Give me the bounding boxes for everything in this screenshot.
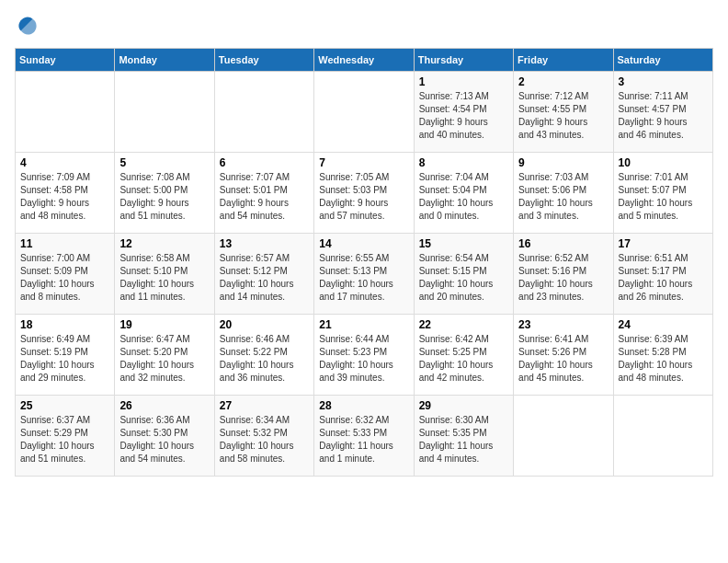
day-info: Sunrise: 7:08 AM Sunset: 5:00 PM Dayligh… xyxy=(119,171,209,223)
day-number: 22 xyxy=(419,318,508,331)
day-number: 28 xyxy=(319,399,408,412)
day-info: Sunrise: 6:34 AM Sunset: 5:32 PM Dayligh… xyxy=(220,414,309,465)
calendar-cell: 2Sunrise: 7:12 AM Sunset: 4:55 PM Daylig… xyxy=(514,72,613,153)
calendar-table: SundayMondayTuesdayWednesdayThursdayFrid… xyxy=(15,48,713,477)
calendar-cell: 5Sunrise: 7:08 AM Sunset: 5:00 PM Daylig… xyxy=(115,153,214,234)
weekday-header-saturday: Saturday xyxy=(613,49,712,72)
day-info: Sunrise: 6:39 AM Sunset: 5:28 PM Dayligh… xyxy=(619,333,708,385)
day-info: Sunrise: 7:07 AM Sunset: 5:01 PM Dayligh… xyxy=(220,171,309,223)
calendar-cell: 17Sunrise: 6:51 AM Sunset: 5:17 PM Dayli… xyxy=(613,234,712,315)
calendar-cell: 21Sunrise: 6:44 AM Sunset: 5:23 PM Dayli… xyxy=(314,315,414,396)
day-number: 17 xyxy=(619,237,708,250)
calendar-cell: 18Sunrise: 6:49 AM Sunset: 5:19 PM Dayli… xyxy=(16,315,115,396)
calendar-body: 1Sunrise: 7:13 AM Sunset: 4:54 PM Daylig… xyxy=(16,72,713,477)
calendar-cell: 9Sunrise: 7:03 AM Sunset: 5:06 PM Daylig… xyxy=(514,153,613,234)
weekday-header-tuesday: Tuesday xyxy=(214,49,313,72)
logo xyxy=(15,15,42,40)
calendar-week-3: 11Sunrise: 7:00 AM Sunset: 5:09 PM Dayli… xyxy=(16,234,713,315)
calendar-cell: 22Sunrise: 6:42 AM Sunset: 5:25 PM Dayli… xyxy=(414,315,513,396)
day-info: Sunrise: 6:51 AM Sunset: 5:17 PM Dayligh… xyxy=(619,252,708,304)
calendar-cell: 13Sunrise: 6:57 AM Sunset: 5:12 PM Dayli… xyxy=(214,234,313,315)
day-info: Sunrise: 7:12 AM Sunset: 4:55 PM Dayligh… xyxy=(518,90,608,142)
day-info: Sunrise: 6:42 AM Sunset: 5:25 PM Dayligh… xyxy=(419,333,508,385)
day-info: Sunrise: 7:09 AM Sunset: 4:58 PM Dayligh… xyxy=(20,171,109,223)
weekday-header-monday: Monday xyxy=(115,49,214,72)
calendar-cell: 24Sunrise: 6:39 AM Sunset: 5:28 PM Dayli… xyxy=(613,315,712,396)
day-number: 8 xyxy=(419,156,508,169)
calendar-cell xyxy=(16,72,115,153)
calendar-cell: 1Sunrise: 7:13 AM Sunset: 4:54 PM Daylig… xyxy=(414,72,513,153)
calendar-week-5: 25Sunrise: 6:37 AM Sunset: 5:29 PM Dayli… xyxy=(16,396,713,477)
day-info: Sunrise: 6:55 AM Sunset: 5:13 PM Dayligh… xyxy=(319,252,408,304)
day-info: Sunrise: 6:44 AM Sunset: 5:23 PM Dayligh… xyxy=(319,333,408,385)
weekday-header-wednesday: Wednesday xyxy=(314,49,414,72)
day-info: Sunrise: 6:41 AM Sunset: 5:26 PM Dayligh… xyxy=(518,333,608,385)
day-info: Sunrise: 7:13 AM Sunset: 4:54 PM Dayligh… xyxy=(419,90,508,142)
day-number: 24 xyxy=(619,318,708,331)
day-info: Sunrise: 7:05 AM Sunset: 5:03 PM Dayligh… xyxy=(319,171,408,223)
day-number: 14 xyxy=(319,237,408,250)
calendar-cell: 4Sunrise: 7:09 AM Sunset: 4:58 PM Daylig… xyxy=(16,153,115,234)
weekday-header-sunday: Sunday xyxy=(16,49,115,72)
calendar-cell xyxy=(613,396,712,477)
day-info: Sunrise: 6:52 AM Sunset: 5:16 PM Dayligh… xyxy=(518,252,608,304)
page-header xyxy=(15,15,713,40)
day-info: Sunrise: 7:03 AM Sunset: 5:06 PM Dayligh… xyxy=(518,171,608,223)
calendar-cell: 29Sunrise: 6:30 AM Sunset: 5:35 PM Dayli… xyxy=(414,396,513,477)
day-number: 19 xyxy=(119,318,209,331)
calendar-header: SundayMondayTuesdayWednesdayThursdayFrid… xyxy=(16,49,713,72)
calendar-cell: 25Sunrise: 6:37 AM Sunset: 5:29 PM Dayli… xyxy=(16,396,115,477)
day-number: 9 xyxy=(518,156,608,169)
day-number: 27 xyxy=(220,399,309,412)
day-info: Sunrise: 6:58 AM Sunset: 5:10 PM Dayligh… xyxy=(119,252,209,304)
day-number: 23 xyxy=(518,318,608,331)
day-number: 16 xyxy=(518,237,608,250)
day-number: 29 xyxy=(419,399,508,412)
calendar-cell: 23Sunrise: 6:41 AM Sunset: 5:26 PM Dayli… xyxy=(514,315,613,396)
calendar-cell: 14Sunrise: 6:55 AM Sunset: 5:13 PM Dayli… xyxy=(314,234,414,315)
day-info: Sunrise: 6:37 AM Sunset: 5:29 PM Dayligh… xyxy=(20,414,109,465)
calendar-cell: 10Sunrise: 7:01 AM Sunset: 5:07 PM Dayli… xyxy=(613,153,712,234)
day-info: Sunrise: 6:30 AM Sunset: 5:35 PM Dayligh… xyxy=(419,414,508,465)
calendar-cell: 11Sunrise: 7:00 AM Sunset: 5:09 PM Dayli… xyxy=(16,234,115,315)
day-number: 6 xyxy=(220,156,309,169)
calendar-cell xyxy=(115,72,214,153)
day-number: 1 xyxy=(419,75,508,88)
day-number: 13 xyxy=(220,237,309,250)
calendar-cell: 20Sunrise: 6:46 AM Sunset: 5:22 PM Dayli… xyxy=(214,315,313,396)
calendar-cell xyxy=(214,72,313,153)
day-number: 12 xyxy=(119,237,209,250)
day-number: 10 xyxy=(619,156,708,169)
day-number: 20 xyxy=(220,318,309,331)
weekday-header-friday: Friday xyxy=(514,49,613,72)
day-info: Sunrise: 7:01 AM Sunset: 5:07 PM Dayligh… xyxy=(619,171,708,223)
day-number: 26 xyxy=(119,399,209,412)
day-info: Sunrise: 6:47 AM Sunset: 5:20 PM Dayligh… xyxy=(119,333,209,385)
day-number: 5 xyxy=(119,156,209,169)
day-info: Sunrise: 6:57 AM Sunset: 5:12 PM Dayligh… xyxy=(220,252,309,304)
calendar-week-1: 1Sunrise: 7:13 AM Sunset: 4:54 PM Daylig… xyxy=(16,72,713,153)
day-info: Sunrise: 6:36 AM Sunset: 5:30 PM Dayligh… xyxy=(119,414,209,465)
calendar-cell: 26Sunrise: 6:36 AM Sunset: 5:30 PM Dayli… xyxy=(115,396,214,477)
day-number: 21 xyxy=(319,318,408,331)
calendar-cell: 8Sunrise: 7:04 AM Sunset: 5:04 PM Daylig… xyxy=(414,153,513,234)
day-info: Sunrise: 6:46 AM Sunset: 5:22 PM Dayligh… xyxy=(220,333,309,385)
day-info: Sunrise: 7:04 AM Sunset: 5:04 PM Dayligh… xyxy=(419,171,508,223)
calendar-cell xyxy=(514,396,613,477)
calendar-cell: 15Sunrise: 6:54 AM Sunset: 5:15 PM Dayli… xyxy=(414,234,513,315)
calendar-cell: 19Sunrise: 6:47 AM Sunset: 5:20 PM Dayli… xyxy=(115,315,214,396)
day-number: 2 xyxy=(518,75,608,88)
day-number: 15 xyxy=(419,237,508,250)
calendar-cell: 28Sunrise: 6:32 AM Sunset: 5:33 PM Dayli… xyxy=(314,396,414,477)
day-number: 18 xyxy=(20,318,109,331)
calendar-cell: 6Sunrise: 7:07 AM Sunset: 5:01 PM Daylig… xyxy=(214,153,313,234)
day-number: 25 xyxy=(20,399,109,412)
day-info: Sunrise: 6:49 AM Sunset: 5:19 PM Dayligh… xyxy=(20,333,109,385)
calendar-cell: 12Sunrise: 6:58 AM Sunset: 5:10 PM Dayli… xyxy=(115,234,214,315)
logo-icon xyxy=(17,15,39,37)
calendar-cell: 27Sunrise: 6:34 AM Sunset: 5:32 PM Dayli… xyxy=(214,396,313,477)
calendar-week-2: 4Sunrise: 7:09 AM Sunset: 4:58 PM Daylig… xyxy=(16,153,713,234)
calendar-cell: 7Sunrise: 7:05 AM Sunset: 5:03 PM Daylig… xyxy=(314,153,414,234)
day-number: 3 xyxy=(619,75,708,88)
day-number: 7 xyxy=(319,156,408,169)
